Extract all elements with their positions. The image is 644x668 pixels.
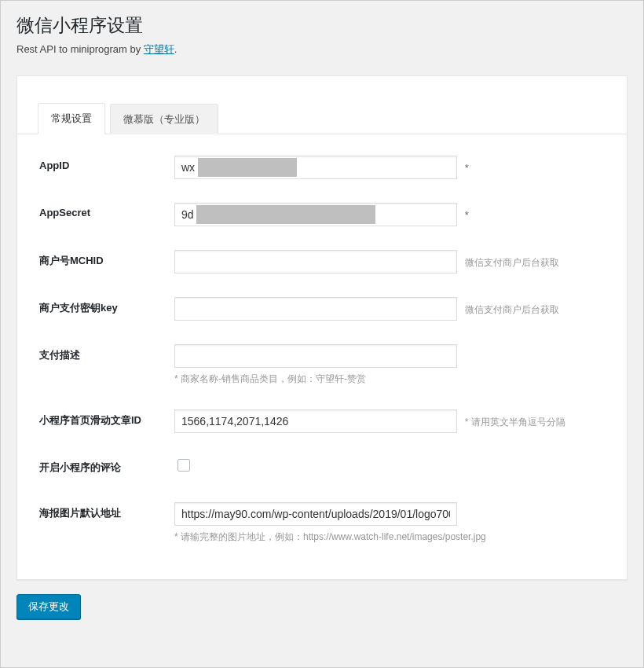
asterisk-appid: * — [465, 162, 469, 174]
subtitle-prefix: Rest API to miniprogram by — [16, 43, 144, 55]
enable-comment-checkbox[interactable] — [177, 459, 190, 472]
label-enable-comment: 开启小程序的评论 — [17, 445, 174, 490]
tabbar: 常规设置 微慕版（专业版） — [17, 97, 627, 134]
asterisk-appsecret: * — [465, 209, 469, 221]
label-mchid: 商户号MCHID — [17, 238, 174, 285]
page-title: 微信小程序设置 — [16, 13, 628, 38]
hint-swipe-ids: * 请用英文半角逗号分隔 — [465, 417, 565, 428]
tab-general[interactable]: 常规设置 — [38, 103, 105, 134]
label-swipe-ids: 小程序首页滑动文章ID — [17, 398, 174, 445]
tab-pro[interactable]: 微慕版（专业版） — [110, 104, 218, 134]
label-poster-url: 海报图片默认地址 — [17, 490, 174, 556]
hint-paykey: 微信支付商户后台获取 — [465, 304, 559, 315]
submit-row: 保存更改 — [16, 594, 628, 619]
settings-page: 微信小程序设置 Rest API to miniprogram by 守望轩. … — [0, 0, 644, 668]
label-appsecret: AppSecret — [17, 191, 174, 238]
swipe-ids-input[interactable] — [174, 409, 457, 433]
settings-panel: 常规设置 微慕版（专业版） AppID * AppSecret — [16, 75, 628, 580]
paykey-input[interactable] — [174, 297, 457, 321]
subtitle-suffix: . — [174, 43, 177, 55]
poster-url-input[interactable] — [174, 502, 457, 526]
save-button[interactable]: 保存更改 — [16, 594, 81, 619]
label-paydesc: 支付描述 — [17, 332, 174, 398]
form-table: AppID * AppSecret * — [17, 144, 627, 556]
hint-mchid: 微信支付商户后台获取 — [465, 257, 559, 268]
label-paykey: 商户支付密钥key — [17, 285, 174, 332]
page-subtitle: Rest API to miniprogram by 守望轩. — [16, 42, 628, 57]
mchid-input[interactable] — [174, 250, 457, 273]
paydesc-input[interactable] — [174, 344, 457, 368]
mask-appid — [198, 158, 297, 177]
hint-poster-url: * 请输完整的图片地址，例如：https://www.watch-life.ne… — [174, 530, 611, 544]
author-link[interactable]: 守望轩 — [144, 43, 174, 55]
label-appid: AppID — [17, 144, 174, 191]
mask-appsecret — [196, 205, 375, 224]
hint-paydesc: * 商家名称-销售商品类目，例如：守望轩-赞赏 — [174, 373, 611, 386]
